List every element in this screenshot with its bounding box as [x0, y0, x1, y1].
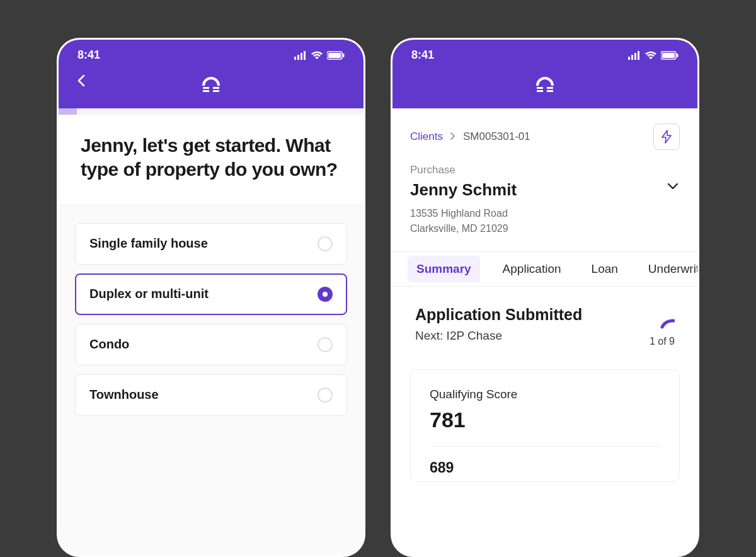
svg-rect-11: [628, 57, 630, 60]
client-block: Purchase Jenny Schmit 13535 Highland Roa…: [392, 150, 697, 251]
back-button[interactable]: [74, 73, 89, 88]
svg-rect-9: [203, 90, 209, 92]
radio-icon: [318, 236, 333, 251]
svg-rect-16: [662, 53, 675, 58]
app-header: 8:41: [59, 40, 364, 108]
option-label: Condo: [89, 337, 129, 352]
status-title: Application Submitted: [415, 306, 675, 324]
app-header: 8:41: [392, 40, 697, 108]
status-time: 8:41: [411, 49, 434, 62]
radio-icon: [318, 337, 333, 352]
svg-rect-12: [631, 55, 633, 60]
score-label: Qualifying Score: [430, 388, 660, 401]
svg-rect-0: [294, 57, 296, 60]
progress-indicator: 1 of 9: [647, 317, 675, 347]
svg-rect-17: [677, 54, 679, 57]
address-line-2: Clarksville, MD 21029: [410, 221, 680, 236]
tab-summary[interactable]: Summary: [408, 256, 480, 282]
svg-rect-21: [547, 90, 553, 92]
option-label: Single family house: [89, 236, 208, 251]
svg-rect-18: [537, 87, 543, 89]
wifi-icon: [644, 51, 657, 60]
svg-rect-7: [203, 87, 209, 89]
phone-left: 8:41 Jenny, let's get started. What type…: [57, 38, 365, 557]
logo-icon: [198, 74, 224, 95]
summary-block: Application Submitted Next: I2P Chase 1 …: [392, 287, 697, 355]
tab-loan[interactable]: Loan: [584, 252, 626, 286]
progress-bar: [59, 108, 364, 115]
logo-icon: [532, 74, 558, 95]
breadcrumb: Clients SM005301-01: [410, 130, 530, 143]
tabs: Summary Application Loan Underwriting: [392, 251, 697, 287]
chevron-right-icon: [450, 130, 455, 143]
option-label: Duplex or multi-unit: [89, 287, 209, 301]
progress-count: 1 of 9: [647, 336, 675, 347]
radio-icon: [318, 388, 333, 403]
options-list: Single family house Duplex or multi-unit…: [59, 205, 364, 434]
svg-rect-1: [297, 55, 299, 60]
progress-fill: [59, 108, 77, 115]
chevron-left-icon: [77, 75, 85, 86]
chevron-down-icon: [667, 183, 679, 190]
svg-rect-20: [537, 90, 543, 92]
svg-rect-3: [304, 51, 306, 60]
svg-rect-13: [634, 53, 636, 60]
address-line-1: 13535 Highland Road: [410, 206, 680, 221]
content-area: Clients SM005301-01 Purchase Jenny Schmi…: [392, 108, 697, 555]
svg-rect-8: [213, 87, 219, 89]
nav-row: [392, 68, 697, 108]
cellular-icon: [294, 51, 307, 60]
score-secondary: 689: [430, 447, 660, 476]
expand-button[interactable]: [667, 181, 679, 193]
client-name: Jenny Schmit: [410, 180, 680, 200]
bolt-icon: [661, 130, 672, 144]
battery-icon: [327, 51, 345, 60]
option-condo[interactable]: Condo: [75, 324, 347, 365]
status-bar: 8:41: [392, 40, 697, 68]
score-card: Qualifying Score 781 689: [410, 369, 680, 482]
quick-action-button[interactable]: [653, 123, 680, 150]
svg-rect-10: [213, 90, 219, 92]
tab-application[interactable]: Application: [495, 252, 569, 286]
status-bar: 8:41: [59, 40, 364, 68]
question-section: Jenny, let's get started. What type of p…: [59, 115, 364, 205]
status-icons: [294, 51, 345, 60]
next-step: Next: I2P Chase: [415, 329, 675, 343]
loan-type-label: Purchase: [410, 164, 680, 176]
svg-rect-14: [638, 51, 639, 60]
svg-rect-6: [343, 54, 345, 57]
score-primary: 781: [430, 408, 660, 447]
content-area: Jenny, let's get started. What type of p…: [59, 115, 364, 555]
breadcrumb-root[interactable]: Clients: [410, 130, 443, 143]
svg-rect-2: [301, 53, 302, 60]
phone-right: 8:41 Clients SM005301-01: [391, 38, 699, 557]
svg-rect-19: [547, 87, 553, 89]
question-text: Jenny, let's get started. What type of p…: [81, 134, 341, 182]
option-townhouse[interactable]: Townhouse: [75, 374, 347, 416]
option-duplex[interactable]: Duplex or multi-unit: [75, 273, 347, 315]
cellular-icon: [628, 51, 641, 60]
status-icons: [628, 51, 679, 60]
wifi-icon: [311, 51, 323, 60]
progress-ring-icon: [647, 317, 675, 330]
breadcrumb-current: SM005301-01: [463, 130, 530, 143]
nav-row: [59, 68, 364, 108]
breadcrumb-row: Clients SM005301-01: [392, 108, 697, 150]
option-single-family[interactable]: Single family house: [75, 223, 347, 265]
tab-underwriting[interactable]: Underwriting: [641, 252, 697, 286]
svg-rect-5: [328, 53, 341, 58]
status-time: 8:41: [77, 49, 100, 62]
battery-icon: [661, 51, 679, 60]
option-label: Townhouse: [89, 388, 159, 402]
radio-icon: [318, 287, 333, 302]
